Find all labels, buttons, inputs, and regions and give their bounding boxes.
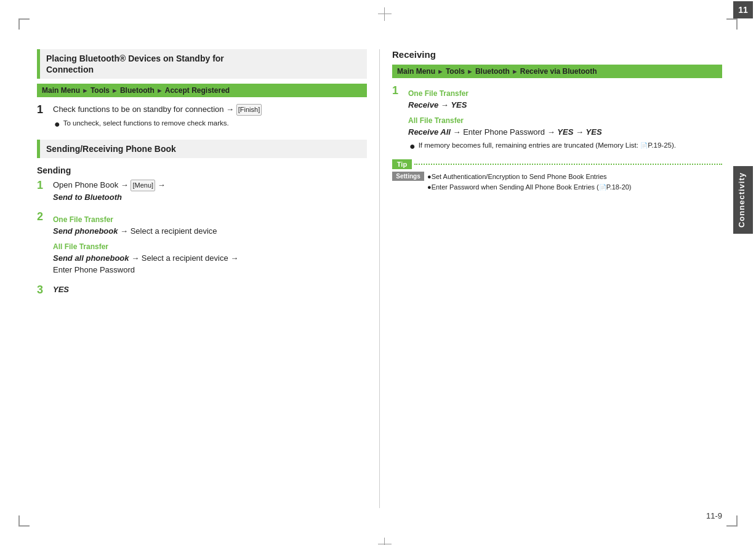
send-step-num-1: 1 bbox=[37, 179, 48, 193]
receive-step-num-1: 1 bbox=[392, 84, 403, 98]
receive-bold: Receive bbox=[408, 100, 438, 109]
tip-bar: Tip bbox=[392, 159, 722, 169]
tip-label: Tip bbox=[392, 159, 412, 169]
send-step-3-content: YES bbox=[53, 284, 367, 296]
chapter-number: 11 bbox=[733, 1, 753, 18]
recv-menu-bluetooth: Bluetooth bbox=[475, 67, 510, 76]
menu-path-accept-registered: Main Menu ► Tools ► Bluetooth ► Accept R… bbox=[37, 84, 367, 97]
step-1-left-text: Check functions to be on standby for con… bbox=[53, 103, 367, 116]
menu-item-main: Main Menu bbox=[42, 86, 80, 95]
settings-label: Settings bbox=[392, 172, 424, 181]
yes-1-bold: YES bbox=[451, 100, 467, 109]
menu-item-bluetooth: Bluetooth bbox=[120, 86, 155, 95]
recv-menu-main: Main Menu bbox=[397, 67, 435, 76]
send-step-3: 3 YES bbox=[37, 284, 367, 297]
right-sidebar: 11 Connectivity bbox=[730, 0, 756, 545]
receive-all-bold: Receive All bbox=[408, 127, 451, 137]
recv-arrow-2: ► bbox=[467, 68, 473, 75]
send-step-num-2: 2 bbox=[37, 210, 48, 224]
one-file-label-send: One File Transfer bbox=[53, 215, 367, 224]
all-file-label-send: All File Transfer bbox=[53, 242, 367, 251]
send-step-1-content: Open Phone Book → [Menu] → Send to Bluet… bbox=[53, 179, 367, 203]
sending-label: Sending bbox=[37, 165, 367, 175]
recv-menu-tools: Tools bbox=[446, 67, 465, 76]
receive-bullet: ● If memory becomes full, remaining entr… bbox=[408, 140, 722, 152]
menu-arrow-2: ► bbox=[111, 87, 118, 94]
page-number: 11-9 bbox=[706, 511, 722, 520]
send-phonebook-bold: Send phonebook bbox=[53, 226, 118, 236]
menu-key: [Menu] bbox=[131, 180, 155, 191]
yes-2-bold: YES bbox=[557, 127, 573, 137]
recv-menu-receive: Receive via Bluetooth bbox=[520, 67, 597, 76]
receive-step-1: 1 One File Transfer Receive → YES All Fi… bbox=[392, 84, 722, 152]
all-file-label-recv: All File Transfer bbox=[408, 116, 722, 125]
settings-text: ●Set Authentication/Encryption to Send P… bbox=[427, 172, 632, 192]
receive-bullet-text: If memory becomes full, remaining entrie… bbox=[419, 140, 676, 150]
yes-3-bold: YES bbox=[586, 127, 602, 137]
finish-key: [Finish] bbox=[236, 104, 262, 116]
send-all-phonebook-bold: Send all phonebook bbox=[53, 253, 129, 263]
send-step-1: 1 Open Phone Book → [Menu] → Send to Blu… bbox=[37, 179, 367, 203]
send-step-2: 2 One File Transfer Send phonebook → Sel… bbox=[37, 210, 367, 276]
menu-item-tools: Tools bbox=[90, 86, 110, 95]
bullet-dot-1: ● bbox=[54, 118, 60, 130]
recv-arrow-3: ► bbox=[512, 68, 518, 75]
send-yes-bold: YES bbox=[53, 285, 69, 294]
receive-one-file-text: Receive → YES bbox=[408, 99, 722, 111]
menu-arrow-1: ► bbox=[82, 87, 89, 94]
content-area: Placing Bluetooth® Devices on Standby fo… bbox=[37, 49, 722, 508]
step-1-left-content: Check functions to be on standby for con… bbox=[53, 103, 367, 130]
settings-bar: Settings ●Set Authentication/Encryption … bbox=[392, 172, 722, 192]
section-header-phonebook-text: Sending/Receiving Phone Book bbox=[46, 143, 361, 154]
section-header-phonebook: Sending/Receiving Phone Book bbox=[37, 140, 367, 158]
settings-bullet-2: ●Enter Password when Sending All Phone B… bbox=[427, 182, 632, 193]
one-file-label-recv: One File Transfer bbox=[408, 89, 722, 98]
settings-bullet-1: ●Set Authentication/Encryption to Send P… bbox=[427, 172, 632, 182]
send-step-2-content: One File Transfer Send phonebook → Selec… bbox=[53, 210, 367, 276]
section-header-placing: Placing Bluetooth® Devices on Standby fo… bbox=[37, 49, 367, 79]
receiving-title: Receiving bbox=[392, 49, 722, 60]
corner-mark-bl bbox=[18, 515, 30, 527]
chapter-label: Connectivity bbox=[733, 166, 753, 234]
send-step-1-text: Open Phone Book → [Menu] → Send to Bluet… bbox=[53, 179, 367, 203]
send-all-phonebook-text: Send all phonebook → Select a recipient … bbox=[53, 252, 367, 276]
send-step-num-3: 3 bbox=[37, 284, 48, 297]
send-to-bluetooth: Send to Bluetooth bbox=[53, 193, 122, 202]
left-column: Placing Bluetooth® Devices on Standby fo… bbox=[37, 49, 380, 508]
menu-arrow-3: ► bbox=[156, 87, 163, 94]
send-yes-text: YES bbox=[53, 284, 367, 296]
corner-mark-tl bbox=[18, 18, 30, 30]
receive-all-file-text: Receive All → Enter Phone Password → YES… bbox=[408, 126, 722, 138]
step-1-bullet: ● To uncheck, select functions to remove… bbox=[53, 118, 367, 130]
send-phonebook-text: Send phonebook → Select a recipient devi… bbox=[53, 225, 367, 237]
receive-bullet-dot: ● bbox=[409, 140, 416, 152]
receive-step-1-content: One File Transfer Receive → YES All File… bbox=[408, 84, 722, 152]
menu-path-receive: Main Menu ► Tools ► Bluetooth ► Receive … bbox=[392, 65, 722, 78]
recv-arrow-1: ► bbox=[437, 68, 444, 75]
step-1-left: 1 Check functions to be on standby for c… bbox=[37, 103, 367, 130]
tip-dots bbox=[414, 164, 722, 165]
bullet-text-1: To uncheck, select functions to remove c… bbox=[63, 118, 229, 128]
right-column: Receiving Main Menu ► Tools ► Bluetooth … bbox=[380, 49, 722, 508]
step-num-1-left: 1 bbox=[37, 103, 48, 117]
menu-item-accept: Accept Registered bbox=[165, 86, 230, 95]
section-header-text: Placing Bluetooth® Devices on Standby fo… bbox=[46, 53, 361, 75]
